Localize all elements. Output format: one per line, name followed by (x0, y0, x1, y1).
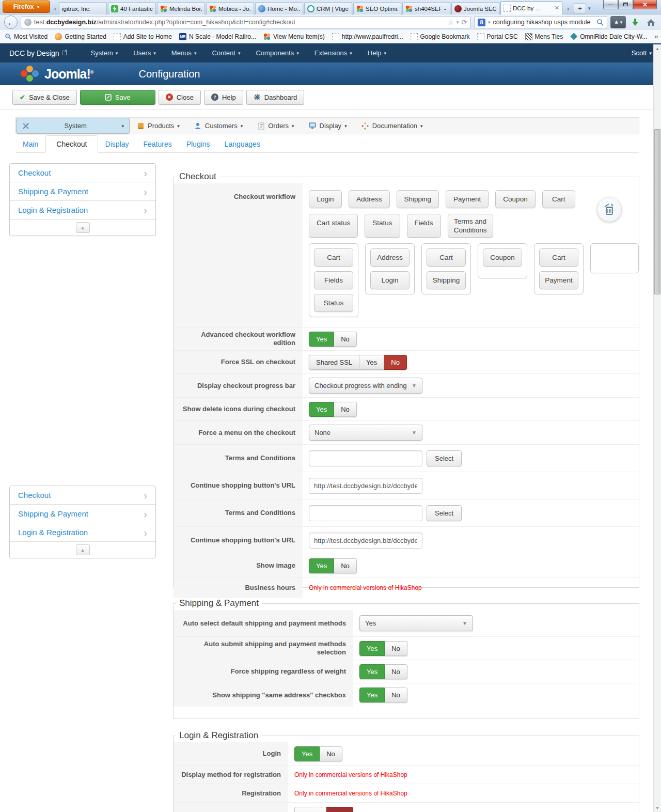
admin-menu-components[interactable]: Components▾ (256, 49, 298, 57)
search-box[interactable]: 8 ▾ configuring hikashop usps module (474, 16, 607, 28)
workflow-step-button[interactable]: Payment (539, 271, 578, 289)
search-icon[interactable] (596, 19, 604, 26)
progress-bar-select[interactable]: Checkout progress with ending▼ (309, 378, 422, 394)
downloads-button[interactable] (629, 16, 641, 28)
site-identity-icon[interactable] (24, 19, 32, 26)
workflow-step-button[interactable]: Cart (542, 190, 575, 208)
bookmarks-menu-button[interactable]: ★▾ (610, 16, 626, 28)
sidebar-item-login-registration[interactable]: Login & Registration› (10, 523, 155, 542)
admin-menu-content[interactable]: Content▾ (212, 49, 240, 57)
close-button-toolbar[interactable]: ✕Close (159, 90, 201, 105)
site-name-link[interactable]: DCC by Design (9, 49, 67, 57)
bookmark-star-icon[interactable]: ☆ (448, 19, 454, 26)
workflow-step-button[interactable]: Cart (539, 248, 578, 267)
back-button[interactable]: ← (4, 15, 18, 29)
admin-menu-system[interactable]: System▾ (90, 49, 118, 57)
yes-option[interactable]: Yes (294, 746, 320, 761)
sidebar-item-shipping-payment[interactable]: Shipping & Payment› (10, 182, 155, 201)
no-option[interactable]: No (320, 746, 342, 761)
hika-menu-products[interactable]: Products▾ (130, 118, 187, 134)
search-engine-dropdown-icon[interactable]: ▾ (488, 20, 491, 25)
workflow-group-empty[interactable] (590, 243, 639, 273)
close-button[interactable]: ✕ (633, 0, 657, 9)
hika-menu-orders[interactable]: Orders▾ (250, 118, 301, 134)
collapse-up-button[interactable]: ▲ (76, 544, 90, 555)
terms-conditions-input[interactable] (309, 450, 422, 466)
workflow-step-button[interactable]: Coupon (483, 248, 522, 267)
yes-option[interactable]: Yes (359, 664, 385, 679)
continue-url-input[interactable] (309, 533, 422, 549)
hika-menu-documentation[interactable]: Documentation▾ (354, 118, 430, 134)
terms-select-button[interactable]: Select (427, 505, 462, 521)
workflow-step-button[interactable]: Shipping (397, 190, 439, 208)
tab-close-icon[interactable]: ✕ (555, 5, 559, 11)
tab-scroll-left-button[interactable]: ‹ (52, 2, 59, 14)
terms-select-button[interactable]: Select (427, 450, 462, 466)
workflow-step-button[interactable]: Status (314, 294, 353, 312)
continue-url-input[interactable] (309, 478, 422, 494)
bookmark-item[interactable]: Getting Started (55, 33, 106, 40)
tab-features[interactable]: Features (136, 136, 179, 152)
no-option[interactable]: No (384, 355, 407, 370)
workflow-step-button[interactable]: Fields (314, 271, 353, 289)
search-input[interactable]: configuring hikashop usps module (493, 19, 594, 26)
browser-tab[interactable]: igitrax, Inc. (59, 2, 107, 14)
hika-menu-system[interactable]: System▾ (16, 118, 130, 134)
list-all-tabs-icon[interactable]: ▾ (588, 6, 591, 11)
bookmark-item[interactable]: http://www.paulfredri... (332, 33, 403, 40)
bookmark-item[interactable]: Google Bookmark (411, 33, 470, 40)
yes-option[interactable]: Yes (359, 688, 385, 702)
browser-tab[interactable]: CRM | Vtige... (304, 2, 352, 14)
workflow-step-button[interactable]: Cart (427, 248, 466, 267)
workflow-step-button[interactable]: Terms and Conditions (448, 214, 493, 238)
workflow-step-button[interactable]: Payment (446, 190, 489, 208)
admin-menu-users[interactable]: Users▾ (133, 49, 155, 57)
google-search-engine-icon[interactable]: 8 (478, 19, 485, 26)
workflow-delete-button[interactable] (597, 198, 621, 222)
scrollbar-thumb[interactable] (654, 129, 660, 294)
left-option[interactable] (294, 807, 326, 812)
sidebar-item-checkout[interactable]: Checkout› (10, 486, 155, 505)
no-option[interactable]: No (385, 664, 407, 679)
no-option[interactable]: No (334, 558, 357, 573)
yes-option[interactable]: Yes (309, 332, 334, 347)
bookmark-item[interactable]: View Menu Item(s) (263, 33, 325, 40)
admin-menu-menus[interactable]: Menus▾ (171, 49, 197, 57)
bookmark-item[interactable]: Add Site to Home (114, 33, 172, 40)
workflow-step-button[interactable]: Address (370, 248, 410, 267)
tab-display[interactable]: Display (98, 136, 136, 152)
tab-plugins[interactable]: Plugins (179, 136, 217, 152)
save-button[interactable]: Save (80, 90, 155, 105)
dashboard-button[interactable]: Dashboard (246, 90, 305, 105)
no-option[interactable]: No (385, 688, 407, 702)
tab-main[interactable]: Main (15, 136, 45, 152)
url-dropdown-icon[interactable]: ▾ (457, 20, 459, 25)
right-option[interactable] (326, 807, 353, 812)
user-menu[interactable]: Scott▾ (632, 49, 652, 57)
firefox-menu-button[interactable]: Firefox ▾ (3, 1, 50, 13)
admin-menu-help[interactable]: Help▾ (368, 49, 386, 57)
scrollbar-track[interactable]: ▲ ▼ (653, 44, 661, 812)
sidebar-item-checkout[interactable]: Checkout› (10, 164, 155, 182)
workflow-step-button[interactable]: Address (349, 190, 390, 208)
yes-option[interactable]: Yes (359, 355, 384, 370)
save-close-button[interactable]: ✔Save & Close (12, 90, 77, 105)
bookmark-item[interactable]: MRN Scale - Model Railro... (179, 33, 256, 40)
bookmark-item[interactable]: Portal CSC (477, 33, 518, 40)
reload-icon[interactable]: ⟳ (461, 18, 467, 26)
yes-option[interactable]: Yes (309, 402, 334, 417)
sidebar-item-login-registration[interactable]: Login & Registration› (10, 201, 155, 220)
browser-tab[interactable]: Home - Mo... (255, 2, 303, 14)
browser-tab[interactable]: Mobica - Jo... (206, 2, 254, 14)
tab-scroll-right-button[interactable]: › (564, 2, 572, 14)
workflow-step-button[interactable]: Login (309, 190, 342, 208)
browser-tab[interactable]: Melinda Bor... (157, 2, 205, 14)
bookmark-item[interactable]: Mens Ties (525, 33, 563, 40)
workflow-step-button[interactable]: Cart status (309, 214, 358, 238)
help-button[interactable]: ?Help (204, 90, 243, 105)
new-tab-button[interactable]: + (574, 3, 586, 13)
force-menu-select[interactable]: None▼ (309, 425, 422, 441)
hika-menu-display[interactable]: Display▾ (302, 118, 354, 134)
browser-tab[interactable]: sh404SEF - J... (402, 2, 450, 14)
url-bar[interactable]: test.dccbydesign.biz/administrator/index… (21, 16, 471, 28)
